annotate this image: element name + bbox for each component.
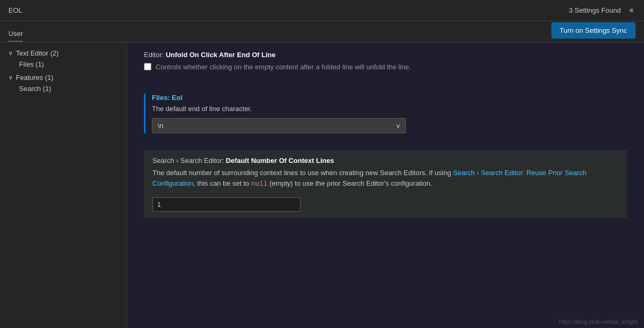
tab-user[interactable]: User <box>8 25 23 42</box>
eol-dropdown-container: \n \r\n auto ∨ <box>152 118 627 133</box>
setting-title-prefix-context: Search › Search Editor: <box>152 157 226 165</box>
sidebar-item-text-editor-label: Text Editor (2) <box>16 49 59 57</box>
sidebar-item-features[interactable]: ∨ Features (1) <box>0 72 126 83</box>
chevron-down-icon-2: ∨ <box>8 74 13 81</box>
setting-description-unfold: Controls whether clicking on the empty c… <box>156 62 411 72</box>
sync-button[interactable]: Turn on Settings Sync <box>551 22 636 39</box>
sidebar-item-text-editor[interactable]: ∨ Text Editor (2) <box>0 48 126 59</box>
setting-title-eol: Files: Eol <box>152 94 627 102</box>
settings-found-label: 3 Settings Found <box>569 6 621 14</box>
sidebar-group-features: ∨ Features (1) Search (1) <box>0 71 126 95</box>
setting-description-context: The default number of surrounding contex… <box>152 168 619 189</box>
tab-bar: User Turn on Settings Sync <box>0 21 644 42</box>
sidebar-item-search-label: Search (1) <box>19 85 51 93</box>
setting-title-bold-context: Default Number Of Context Lines <box>226 157 334 165</box>
eol-dropdown-wrapper: \n \r\n auto ∨ <box>152 118 406 133</box>
setting-toggle-row-unfold: Controls whether clicking on the empty c… <box>144 62 627 77</box>
filter-icon-button[interactable]: ≡ <box>627 5 636 15</box>
unfold-toggle-checkbox[interactable] <box>144 63 151 70</box>
content-area: Editor: Unfold On Click After End Of Lin… <box>127 42 644 328</box>
description-part3: (empty) to use the prior Search Editor's… <box>268 179 432 187</box>
setting-section-eol: Files: Eol The default end of line chara… <box>144 94 627 134</box>
sidebar-item-search[interactable]: Search (1) <box>0 83 126 94</box>
sidebar: ∨ Text Editor (2) Files (1) ∨ Features (… <box>0 42 127 328</box>
top-bar-right: 3 Settings Found ≡ <box>569 5 636 15</box>
setting-title-bold-unfold: Unfold On Click After End Of Line <box>166 51 276 59</box>
sidebar-item-features-label: Features (1) <box>16 74 53 81</box>
setting-title-unfold: Editor: Unfold On Click After End Of Lin… <box>144 51 627 59</box>
sidebar-item-files-label: Files (1) <box>19 60 44 68</box>
sidebar-item-files[interactable]: Files (1) <box>0 59 126 70</box>
top-bar: EOL 3 Settings Found ≡ <box>0 0 644 21</box>
chevron-down-icon: ∨ <box>8 50 13 57</box>
eol-dropdown-select[interactable]: \n \r\n auto <box>152 118 406 133</box>
filter-icon: ≡ <box>629 6 633 14</box>
setting-section-unfold: Editor: Unfold On Click After End Of Lin… <box>144 51 627 77</box>
setting-title-bold-eol: Eol <box>172 94 183 102</box>
null-code-text: null <box>251 180 267 188</box>
sidebar-group-text-editor: ∨ Text Editor (2) Files (1) <box>0 47 126 71</box>
context-lines-input[interactable] <box>152 197 301 212</box>
setting-title-prefix-eol: Files: <box>152 94 172 102</box>
footer-watermark: https://blog.csdn.net/air_knight <box>559 318 638 325</box>
setting-title-context-lines: Search › Search Editor: Default Number O… <box>152 157 619 165</box>
setting-title-prefix-unfold: Editor: <box>144 51 166 59</box>
setting-description-eol: The default end of line character. <box>152 104 627 114</box>
description-part1: The default number of surrounding contex… <box>152 169 453 177</box>
description-part2: , this can be set to <box>193 179 251 187</box>
main-layout: ∨ Text Editor (2) Files (1) ∨ Features (… <box>0 42 644 328</box>
search-query-title: EOL <box>8 6 22 14</box>
setting-section-context-lines: Search › Search Editor: Default Number O… <box>144 150 627 218</box>
